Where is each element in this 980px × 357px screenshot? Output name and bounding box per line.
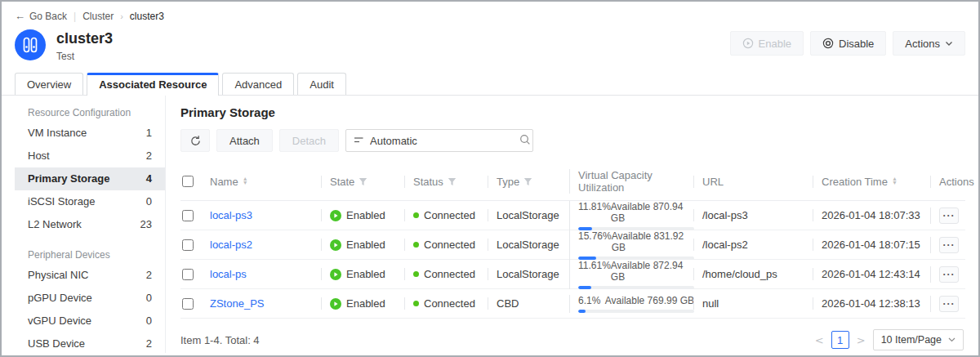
chevron-down-icon bbox=[948, 337, 956, 342]
search-input[interactable] bbox=[370, 135, 514, 147]
sidebar-item-physical-nic[interactable]: Physical NIC2 bbox=[15, 264, 165, 287]
sidebar-section-title: Resource Configuration bbox=[15, 107, 165, 122]
item-count: 2 bbox=[146, 337, 152, 350]
cluster-detail-window: ← Go Back | Cluster › cluster3 cluster3 … bbox=[0, 0, 980, 357]
page-title: cluster3 bbox=[56, 29, 113, 47]
search-icon[interactable] bbox=[519, 134, 531, 148]
sidebar-item-host[interactable]: Host2 bbox=[15, 145, 165, 167]
item-count: 1 bbox=[146, 127, 152, 140]
table-header: Name▲▼ State Status Type Virtual Capacit… bbox=[180, 163, 965, 201]
sidebar-item-usb-device[interactable]: USB Device2 bbox=[15, 332, 165, 355]
detach-button[interactable]: Detach bbox=[279, 129, 339, 152]
enable-icon bbox=[742, 38, 754, 49]
type-cell: CBD bbox=[488, 297, 569, 310]
tab-overview[interactable]: Overview bbox=[15, 73, 83, 95]
sidebar-item-pgpu-device[interactable]: pGPU Device0 bbox=[15, 287, 165, 310]
column-status[interactable]: Status bbox=[413, 176, 457, 188]
primary-storage-link[interactable]: local-ps bbox=[210, 268, 247, 280]
search-box[interactable] bbox=[345, 129, 533, 152]
connected-status-dot bbox=[413, 242, 419, 248]
resource-sidebar: Resource Configuration VM Instance1 Host… bbox=[15, 96, 166, 353]
utilization-percent: 6.1% bbox=[578, 295, 600, 306]
tab-advanced[interactable]: Advanced bbox=[222, 73, 294, 95]
item-count: 23 bbox=[140, 218, 152, 231]
select-all-checkbox[interactable] bbox=[182, 176, 194, 187]
tab-associated-resource[interactable]: Associated Resource bbox=[87, 73, 219, 96]
page-number-button[interactable]: 1 bbox=[831, 331, 849, 349]
row-checkbox[interactable] bbox=[182, 298, 194, 310]
back-arrow-icon: ← bbox=[15, 10, 25, 22]
column-name[interactable]: Name▲▼ bbox=[210, 176, 248, 188]
column-state[interactable]: State bbox=[330, 176, 368, 188]
item-count: 2 bbox=[146, 269, 152, 282]
disable-button[interactable]: Disable bbox=[810, 31, 886, 56]
utilization-percent: 11.61% bbox=[578, 260, 611, 271]
filter-funnel-icon bbox=[359, 177, 368, 186]
table-row: local-ps Enabled Connected LocalStorage … bbox=[180, 260, 965, 289]
row-actions-button[interactable]: ··· bbox=[939, 208, 959, 224]
sidebar-item-l2-network[interactable]: L2 Network23 bbox=[15, 213, 165, 236]
column-type[interactable]: Type bbox=[497, 176, 532, 188]
column-creation-time[interactable]: Creation Time▲▼ bbox=[822, 176, 898, 188]
row-actions-button[interactable]: ··· bbox=[939, 296, 959, 312]
primary-storage-link[interactable]: local-ps3 bbox=[210, 209, 252, 221]
item-count: 0 bbox=[146, 292, 152, 305]
row-actions-button[interactable]: ··· bbox=[939, 266, 959, 283]
page-size-select[interactable]: 10 Item/Page bbox=[873, 329, 964, 350]
next-page-icon[interactable]: > bbox=[857, 334, 866, 346]
enable-button[interactable]: Enable bbox=[730, 31, 804, 56]
breadcrumb-divider: | bbox=[74, 11, 76, 22]
row-checkbox[interactable] bbox=[182, 239, 194, 251]
type-cell: LocalStorage bbox=[488, 239, 569, 251]
breadcrumb-current: cluster3 bbox=[130, 11, 164, 22]
sidebar-item-iscsi-storage[interactable]: iSCSI Storage0 bbox=[15, 190, 165, 213]
attach-button[interactable]: Attach bbox=[216, 129, 273, 152]
chevron-down-icon bbox=[945, 41, 953, 47]
capacity-cell: 15.76%Available 831.92 GB bbox=[569, 230, 693, 260]
breadcrumb-cluster-link[interactable]: Cluster bbox=[82, 11, 114, 22]
go-back-link[interactable]: ← Go Back bbox=[15, 10, 67, 22]
primary-storage-link[interactable]: local-ps2 bbox=[210, 239, 252, 251]
table-row: local-ps2 Enabled Connected LocalStorage… bbox=[180, 230, 965, 260]
creation-time-cell: 2026-01-04 18:07:33 bbox=[813, 209, 930, 221]
type-cell: LocalStorage bbox=[488, 209, 569, 221]
connected-status-dot bbox=[413, 301, 419, 306]
available-capacity: Available 870.94 GB bbox=[611, 201, 694, 224]
item-count: 0 bbox=[146, 195, 152, 208]
column-capacity: Virtual Capacity Utilization bbox=[569, 169, 693, 194]
toolbar: Attach Detach bbox=[180, 129, 965, 152]
sidebar-item-vm-instance[interactable]: VM Instance1 bbox=[15, 122, 165, 145]
available-capacity: Available 872.94 GB bbox=[611, 260, 694, 283]
available-capacity: Available 831.92 GB bbox=[612, 230, 694, 253]
breadcrumb-separator-icon: › bbox=[120, 11, 123, 21]
creation-time-cell: 2026-01-04 12:38:13 bbox=[813, 297, 930, 310]
url-cell: /home/cloud_ps bbox=[693, 268, 813, 280]
column-actions: Actions bbox=[930, 176, 965, 188]
connected-status-dot bbox=[413, 271, 419, 277]
disable-icon bbox=[822, 38, 834, 49]
row-actions-button[interactable]: ··· bbox=[939, 237, 959, 253]
primary-storage-link[interactable]: ZStone_PS bbox=[210, 297, 265, 310]
actions-button[interactable]: Actions bbox=[893, 31, 965, 56]
item-count: 0 bbox=[146, 315, 152, 328]
row-checkbox[interactable] bbox=[182, 210, 194, 221]
tab-audit[interactable]: Audit bbox=[297, 73, 346, 95]
enabled-state-icon bbox=[330, 298, 341, 310]
refresh-button[interactable] bbox=[180, 129, 210, 152]
prev-page-icon[interactable]: < bbox=[815, 334, 824, 346]
sidebar-item-vgpu-device[interactable]: vGPU Device0 bbox=[15, 310, 165, 332]
primary-storage-panel: Primary Storage Attach Detach bbox=[166, 96, 965, 353]
enabled-state-icon bbox=[330, 269, 341, 280]
sidebar-item-primary-storage[interactable]: Primary Storage4 bbox=[15, 167, 165, 190]
utilization-percent: 15.76% bbox=[578, 230, 612, 242]
row-checkbox[interactable] bbox=[182, 269, 194, 280]
url-cell: null bbox=[693, 297, 813, 310]
creation-time-cell: 2026-01-04 18:07:15 bbox=[813, 239, 930, 251]
header-actions: Enable Disable Actions bbox=[730, 31, 965, 56]
table-row: ZStone_PS Enabled Connected CBD 6.1%Avai… bbox=[180, 289, 965, 319]
title-row: cluster3 Test Enable Disable Acti bbox=[15, 29, 965, 62]
enabled-state-icon bbox=[330, 239, 341, 251]
utilization-percent: 11.81% bbox=[578, 201, 611, 212]
enabled-state-icon bbox=[330, 210, 341, 221]
capacity-cell: 6.1%Available 769.99 GB bbox=[569, 295, 693, 313]
